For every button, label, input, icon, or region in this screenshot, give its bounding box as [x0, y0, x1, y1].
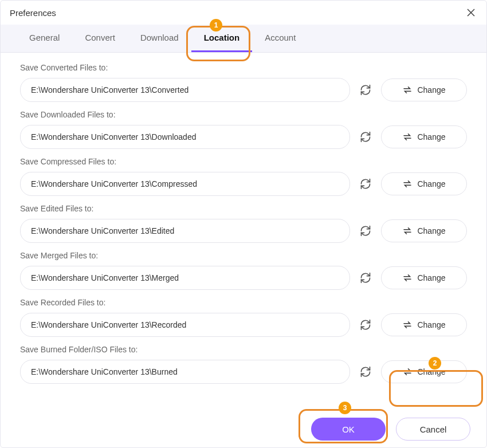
- location-label-edited: Save Edited Files to:: [20, 204, 467, 213]
- change-label: Change: [417, 132, 445, 142]
- tabs-bar: GeneralConvertDownloadLocationAccount: [1, 25, 486, 53]
- refresh-icon: [360, 319, 371, 331]
- cancel-button[interactable]: Cancel: [396, 418, 470, 441]
- location-row-merged: Save Merged Files to:Change: [20, 251, 467, 290]
- window-title: Preferences: [10, 8, 56, 18]
- path-input-recorded[interactable]: [20, 313, 350, 337]
- location-row-compressed: Save Compressed Files to:Change: [20, 157, 467, 196]
- location-label-converted: Save Converted Files to:: [20, 63, 467, 72]
- content-area: Save Converted Files to:ChangeSave Downl…: [1, 53, 486, 414]
- path-input-converted[interactable]: [20, 78, 350, 102]
- change-button-edited[interactable]: Change: [381, 219, 467, 242]
- change-button-compressed[interactable]: Change: [381, 172, 467, 195]
- swap-icon: [402, 320, 413, 330]
- change-label: Change: [417, 320, 445, 329]
- refresh-button-merged[interactable]: [358, 270, 373, 285]
- path-input-burned[interactable]: [20, 360, 350, 384]
- location-row-burned: Save Burned Folder/ISO Files to:Change: [20, 345, 467, 384]
- refresh-icon: [360, 131, 371, 143]
- location-label-compressed: Save Compressed Files to:: [20, 157, 467, 166]
- swap-icon: [402, 367, 413, 377]
- tab-account[interactable]: Account: [252, 25, 308, 52]
- refresh-icon: [360, 84, 371, 96]
- refresh-button-burned[interactable]: [358, 364, 373, 379]
- preferences-window: Preferences GeneralConvertDownloadLocati…: [0, 0, 487, 448]
- swap-icon: [402, 132, 413, 142]
- location-row-downloaded: Save Downloaded Files to:Change: [20, 110, 467, 149]
- location-row-recorded: Save Recorded Files to:Change: [20, 298, 467, 337]
- tab-download[interactable]: Download: [128, 25, 191, 52]
- close-icon: [467, 9, 475, 17]
- change-label: Change: [417, 273, 445, 282]
- change-button-converted[interactable]: Change: [381, 78, 467, 101]
- change-button-downloaded[interactable]: Change: [381, 125, 467, 148]
- location-row-converted: Save Converted Files to:Change: [20, 63, 467, 102]
- path-input-edited[interactable]: [20, 219, 350, 243]
- close-button[interactable]: [465, 6, 477, 19]
- tab-general[interactable]: General: [17, 25, 72, 52]
- tab-location[interactable]: Location: [191, 25, 253, 52]
- refresh-button-converted[interactable]: [358, 82, 373, 97]
- refresh-button-edited[interactable]: [358, 223, 373, 238]
- location-label-recorded: Save Recorded Files to:: [20, 298, 467, 307]
- refresh-icon: [360, 178, 371, 190]
- change-label: Change: [417, 226, 445, 235]
- location-row-edited: Save Edited Files to:Change: [20, 204, 467, 243]
- path-input-downloaded[interactable]: [20, 125, 350, 149]
- annotation-badge-3: 3: [339, 402, 351, 414]
- location-label-merged: Save Merged Files to:: [20, 251, 467, 260]
- path-input-merged[interactable]: [20, 266, 350, 290]
- refresh-icon: [360, 366, 371, 378]
- location-label-downloaded: Save Downloaded Files to:: [20, 110, 467, 119]
- swap-icon: [402, 273, 413, 283]
- path-input-compressed[interactable]: [20, 172, 350, 196]
- refresh-icon: [360, 225, 371, 237]
- swap-icon: [402, 85, 413, 95]
- refresh-button-compressed[interactable]: [358, 176, 373, 191]
- change-button-burned[interactable]: Change: [381, 360, 467, 383]
- refresh-icon: [360, 272, 371, 284]
- swap-icon: [402, 226, 413, 236]
- location-label-burned: Save Burned Folder/ISO Files to:: [20, 345, 467, 354]
- titlebar: Preferences: [1, 1, 486, 25]
- swap-icon: [402, 179, 413, 189]
- refresh-button-recorded[interactable]: [358, 317, 373, 332]
- tab-convert[interactable]: Convert: [72, 25, 128, 52]
- annotation-badge-2: 2: [429, 357, 441, 370]
- change-label: Change: [417, 179, 445, 188]
- footer: OK Cancel: [1, 411, 486, 447]
- annotation-badge-1: 1: [210, 19, 222, 32]
- change-button-recorded[interactable]: Change: [381, 313, 467, 336]
- refresh-button-downloaded[interactable]: [358, 129, 373, 144]
- change-label: Change: [417, 85, 445, 95]
- change-button-merged[interactable]: Change: [381, 266, 467, 289]
- ok-button[interactable]: OK: [311, 418, 386, 441]
